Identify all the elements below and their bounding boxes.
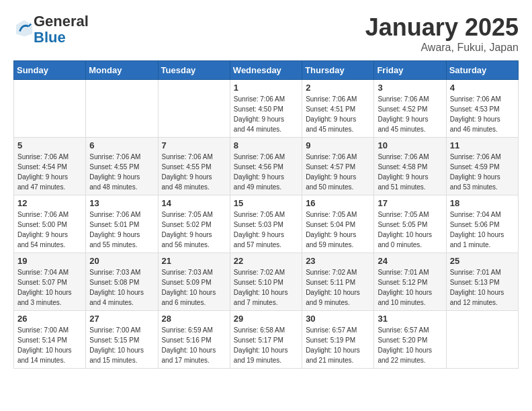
title-area: January 2025 Awara, Fukui, Japan	[365, 13, 519, 54]
day-info: Sunrise: 7:06 AM Sunset: 4:55 PM Dayligh…	[89, 152, 154, 192]
calendar-cell: 31Sunrise: 6:57 AM Sunset: 5:20 PM Dayli…	[374, 311, 446, 369]
day-info: Sunrise: 7:06 AM Sunset: 4:53 PM Dayligh…	[450, 94, 515, 134]
calendar-cell: 12Sunrise: 7:06 AM Sunset: 5:00 PM Dayli…	[14, 195, 86, 253]
weekday-header: Saturday	[446, 61, 518, 80]
day-info: Sunrise: 6:59 AM Sunset: 5:16 PM Dayligh…	[162, 325, 226, 365]
calendar-week-row: 5Sunrise: 7:06 AM Sunset: 4:54 PM Daylig…	[14, 138, 519, 195]
day-number: 9	[306, 140, 370, 150]
day-info: Sunrise: 7:06 AM Sunset: 4:57 PM Dayligh…	[306, 152, 370, 192]
calendar-cell: 14Sunrise: 7:05 AM Sunset: 5:02 PM Dayli…	[158, 195, 230, 253]
day-info: Sunrise: 7:06 AM Sunset: 4:54 PM Dayligh…	[17, 152, 82, 192]
day-number: 19	[17, 256, 82, 266]
calendar-cell: 1Sunrise: 7:06 AM Sunset: 4:50 PM Daylig…	[230, 80, 302, 138]
calendar-cell: 25Sunrise: 7:01 AM Sunset: 5:13 PM Dayli…	[446, 253, 518, 311]
calendar-cell: 7Sunrise: 7:06 AM Sunset: 4:55 PM Daylig…	[158, 138, 230, 195]
day-number: 18	[450, 198, 515, 208]
calendar-cell: 28Sunrise: 6:59 AM Sunset: 5:16 PM Dayli…	[158, 311, 230, 369]
calendar-cell: 19Sunrise: 7:04 AM Sunset: 5:07 PM Dayli…	[14, 253, 86, 311]
calendar-cell: 8Sunrise: 7:06 AM Sunset: 4:56 PM Daylig…	[230, 138, 302, 195]
day-info: Sunrise: 7:01 AM Sunset: 5:13 PM Dayligh…	[450, 267, 515, 308]
calendar-cell: 10Sunrise: 7:06 AM Sunset: 4:58 PM Dayli…	[374, 138, 446, 195]
logo: General Blue	[13, 13, 89, 46]
calendar-cell: 22Sunrise: 7:02 AM Sunset: 5:10 PM Dayli…	[230, 253, 302, 311]
day-number: 7	[162, 140, 226, 150]
day-number: 29	[234, 314, 298, 324]
day-number: 27	[89, 314, 154, 324]
day-number: 16	[306, 198, 370, 208]
day-info: Sunrise: 7:06 AM Sunset: 4:51 PM Dayligh…	[306, 94, 370, 134]
day-number: 31	[378, 314, 442, 324]
calendar-cell: 6Sunrise: 7:06 AM Sunset: 4:55 PM Daylig…	[86, 138, 158, 195]
day-number: 26	[17, 314, 82, 324]
calendar-cell	[158, 80, 230, 138]
day-info: Sunrise: 7:06 AM Sunset: 4:55 PM Dayligh…	[162, 152, 226, 192]
weekday-header: Sunday	[14, 61, 86, 80]
weekday-header: Friday	[374, 61, 446, 80]
day-number: 22	[234, 256, 298, 266]
day-info: Sunrise: 7:06 AM Sunset: 4:56 PM Dayligh…	[234, 152, 298, 192]
calendar-cell: 23Sunrise: 7:02 AM Sunset: 5:11 PM Dayli…	[302, 253, 374, 311]
day-info: Sunrise: 7:02 AM Sunset: 5:11 PM Dayligh…	[306, 267, 370, 308]
day-info: Sunrise: 7:04 AM Sunset: 5:07 PM Dayligh…	[17, 267, 82, 308]
day-info: Sunrise: 7:06 AM Sunset: 5:00 PM Dayligh…	[17, 210, 82, 250]
day-number: 28	[162, 314, 226, 324]
calendar-cell: 9Sunrise: 7:06 AM Sunset: 4:57 PM Daylig…	[302, 138, 374, 195]
day-info: Sunrise: 7:05 AM Sunset: 5:05 PM Dayligh…	[378, 210, 442, 250]
logo-icon	[15, 19, 34, 38]
day-info: Sunrise: 7:05 AM Sunset: 5:04 PM Dayligh…	[306, 210, 370, 250]
day-number: 30	[306, 314, 370, 324]
day-info: Sunrise: 7:06 AM Sunset: 4:59 PM Dayligh…	[450, 152, 515, 192]
day-info: Sunrise: 7:06 AM Sunset: 4:50 PM Dayligh…	[234, 94, 298, 134]
logo-text: General Blue	[34, 13, 89, 46]
day-number: 21	[162, 256, 226, 266]
day-number: 5	[17, 140, 82, 150]
weekday-header: Thursday	[302, 61, 374, 80]
calendar-cell: 24Sunrise: 7:01 AM Sunset: 5:12 PM Dayli…	[374, 253, 446, 311]
calendar-cell: 27Sunrise: 7:00 AM Sunset: 5:15 PM Dayli…	[86, 311, 158, 369]
day-number: 24	[378, 256, 442, 266]
calendar-cell: 18Sunrise: 7:04 AM Sunset: 5:06 PM Dayli…	[446, 195, 518, 253]
day-info: Sunrise: 7:04 AM Sunset: 5:06 PM Dayligh…	[450, 210, 515, 250]
day-number: 12	[17, 198, 82, 208]
month-title: January 2025	[365, 13, 519, 42]
day-number: 14	[162, 198, 226, 208]
day-info: Sunrise: 7:06 AM Sunset: 4:58 PM Dayligh…	[378, 152, 442, 192]
day-number: 3	[378, 83, 442, 93]
day-number: 13	[89, 198, 154, 208]
weekday-header-row: SundayMondayTuesdayWednesdayThursdayFrid…	[14, 61, 519, 80]
day-number: 17	[378, 198, 442, 208]
calendar-week-row: 1Sunrise: 7:06 AM Sunset: 4:50 PM Daylig…	[14, 80, 519, 138]
calendar-week-row: 19Sunrise: 7:04 AM Sunset: 5:07 PM Dayli…	[14, 253, 519, 311]
calendar-cell	[446, 311, 518, 369]
calendar-cell: 2Sunrise: 7:06 AM Sunset: 4:51 PM Daylig…	[302, 80, 374, 138]
calendar-cell: 20Sunrise: 7:03 AM Sunset: 5:08 PM Dayli…	[86, 253, 158, 311]
page-header: General Blue January 2025 Awara, Fukui, …	[13, 13, 519, 54]
calendar-week-row: 12Sunrise: 7:06 AM Sunset: 5:00 PM Dayli…	[14, 195, 519, 253]
calendar-cell	[86, 80, 158, 138]
calendar-cell: 21Sunrise: 7:03 AM Sunset: 5:09 PM Dayli…	[158, 253, 230, 311]
day-number: 1	[234, 83, 298, 93]
day-info: Sunrise: 7:03 AM Sunset: 5:09 PM Dayligh…	[162, 267, 226, 308]
day-info: Sunrise: 7:06 AM Sunset: 4:52 PM Dayligh…	[378, 94, 442, 134]
day-info: Sunrise: 7:05 AM Sunset: 5:03 PM Dayligh…	[234, 210, 298, 250]
calendar-cell: 4Sunrise: 7:06 AM Sunset: 4:53 PM Daylig…	[446, 80, 518, 138]
day-number: 15	[234, 198, 298, 208]
calendar-cell: 15Sunrise: 7:05 AM Sunset: 5:03 PM Dayli…	[230, 195, 302, 253]
weekday-header: Monday	[86, 61, 158, 80]
calendar-cell	[14, 80, 86, 138]
logo-blue: Blue	[34, 29, 66, 46]
calendar-cell: 26Sunrise: 7:00 AM Sunset: 5:14 PM Dayli…	[14, 311, 86, 369]
day-info: Sunrise: 7:05 AM Sunset: 5:02 PM Dayligh…	[162, 210, 226, 250]
calendar-cell: 5Sunrise: 7:06 AM Sunset: 4:54 PM Daylig…	[14, 138, 86, 195]
day-info: Sunrise: 7:02 AM Sunset: 5:10 PM Dayligh…	[234, 267, 298, 308]
calendar-cell: 17Sunrise: 7:05 AM Sunset: 5:05 PM Dayli…	[374, 195, 446, 253]
calendar-cell: 3Sunrise: 7:06 AM Sunset: 4:52 PM Daylig…	[374, 80, 446, 138]
calendar-cell: 13Sunrise: 7:06 AM Sunset: 5:01 PM Dayli…	[86, 195, 158, 253]
day-number: 2	[306, 83, 370, 93]
day-number: 20	[89, 256, 154, 266]
calendar-cell: 29Sunrise: 6:58 AM Sunset: 5:17 PM Dayli…	[230, 311, 302, 369]
day-info: Sunrise: 6:58 AM Sunset: 5:17 PM Dayligh…	[234, 325, 298, 365]
calendar-week-row: 26Sunrise: 7:00 AM Sunset: 5:14 PM Dayli…	[14, 311, 519, 369]
day-number: 4	[450, 83, 515, 93]
day-info: Sunrise: 7:00 AM Sunset: 5:14 PM Dayligh…	[17, 325, 82, 365]
